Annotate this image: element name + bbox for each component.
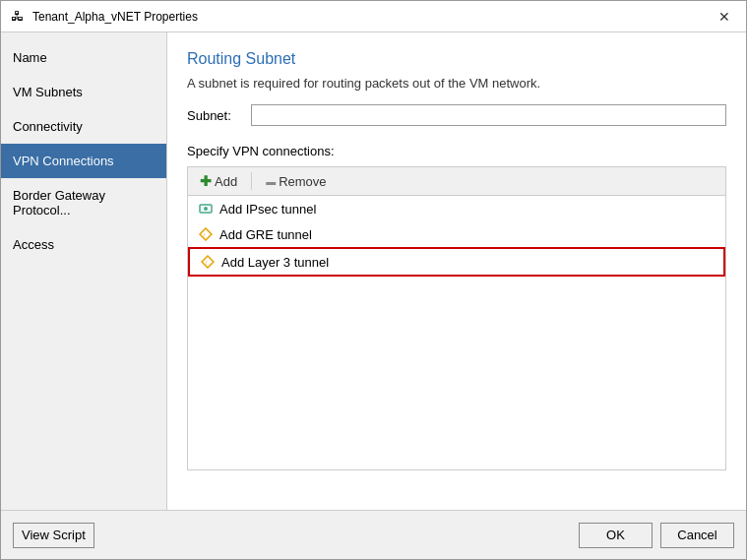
vpn-table: Add IPsec tunnel ! Add GRE tunnel [187, 195, 726, 470]
sidebar-item-access[interactable]: Access [1, 227, 166, 262]
subnet-row: Subnet: [187, 104, 726, 126]
sidebar: Name VM Subnets Connectivity VPN Connect… [1, 32, 167, 510]
section-title: Routing Subnet [187, 50, 726, 68]
dropdown-menu: Add IPsec tunnel ! Add GRE tunnel [188, 196, 725, 277]
view-script-button[interactable]: View Script [13, 523, 94, 548]
svg-marker-2 [200, 228, 212, 240]
svg-text:!: ! [206, 260, 208, 266]
sidebar-item-vm-subnets[interactable]: VM Subnets [1, 75, 166, 109]
svg-marker-4 [202, 256, 214, 268]
footer-right: OK Cancel [579, 523, 734, 548]
cancel-button[interactable]: Cancel [660, 523, 734, 548]
title-bar: 🖧 Tenant_Alpha_vNET Properties ✕ [1, 1, 746, 32]
svg-point-1 [204, 207, 208, 211]
subnet-input[interactable] [251, 104, 726, 126]
specify-vpn-label: Specify VPN connections: [187, 144, 726, 158]
remove-label: Remove [279, 174, 326, 189]
title-bar-text: Tenant_Alpha_vNET Properties [32, 10, 198, 24]
remove-button[interactable]: ▬ Remove [260, 172, 332, 191]
dialog-window: 🖧 Tenant_Alpha_vNET Properties ✕ Name VM… [0, 0, 747, 560]
ok-button[interactable]: OK [579, 523, 653, 548]
subnet-label: Subnet: [187, 108, 241, 123]
description: A subnet is required for routing packets… [187, 76, 726, 91]
svg-text:!: ! [204, 232, 206, 238]
ipsec-icon [198, 201, 214, 217]
sidebar-item-vpn-connections[interactable]: VPN Connections [1, 144, 166, 178]
add-button[interactable]: ✚ Add [194, 171, 243, 191]
sidebar-item-border-gateway[interactable]: Border Gateway Protocol... [1, 178, 166, 227]
add-label: Add [215, 174, 237, 189]
add-layer3-item[interactable]: ! Add Layer 3 tunnel [188, 247, 725, 277]
main-content: Routing Subnet A subnet is required for … [167, 32, 746, 510]
add-icon: ✚ [200, 173, 212, 189]
gre-label: Add GRE tunnel [219, 227, 312, 242]
dialog-body: Name VM Subnets Connectivity VPN Connect… [1, 32, 746, 510]
toolbar-separator [251, 172, 252, 190]
gre-icon: ! [198, 226, 214, 242]
remove-icon: ▬ [266, 176, 276, 187]
dialog-footer: View Script OK Cancel [1, 510, 746, 559]
ipsec-label: Add IPsec tunnel [219, 202, 316, 217]
layer3-icon: ! [200, 254, 216, 270]
layer3-label: Add Layer 3 tunnel [221, 255, 329, 270]
vpn-toolbar: ✚ Add ▬ Remove [187, 166, 726, 195]
sidebar-item-connectivity[interactable]: Connectivity [1, 109, 166, 144]
add-gre-item[interactable]: ! Add GRE tunnel [188, 221, 725, 247]
title-bar-left: 🖧 Tenant_Alpha_vNET Properties [11, 9, 198, 25]
window-icon: 🖧 [11, 9, 27, 25]
add-ipsec-item[interactable]: Add IPsec tunnel [188, 196, 725, 221]
footer-left: View Script [13, 523, 94, 548]
close-button[interactable]: ✕ [713, 8, 736, 26]
sidebar-item-name[interactable]: Name [1, 40, 166, 75]
